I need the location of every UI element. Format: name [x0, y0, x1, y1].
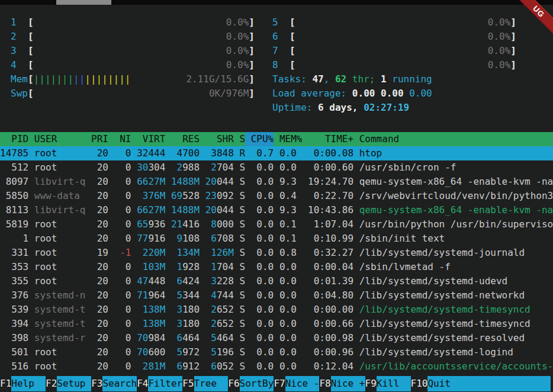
cpu-meter-2: 2[0.0%] [11, 30, 255, 44]
table-row[interactable]: 394systemd-t200138M31802652S0.00.00:00.6… [0, 317, 553, 331]
header-cell-time[interactable]: TIME+ [308, 132, 353, 146]
cell-virt: 6627M [137, 175, 165, 189]
cell-res: 3180 [171, 303, 200, 317]
mem-value-mb: 6627M [137, 176, 165, 187]
table-row[interactable]: 5819root20065936214168000S0.00.11:07.04/… [0, 217, 553, 232]
cell-value: 0.0 [256, 275, 274, 287]
mem-value-mb: 2 [177, 162, 183, 173]
cpu-meter-label: 4 [11, 58, 28, 72]
user-value: www-data [34, 190, 80, 201]
tasks-summary-segment: thr; [346, 72, 381, 86]
table-row[interactable]: 398systemd-r2007098464645464S0.00.00:00.… [0, 331, 553, 345]
cell-time: 0:00.04 [308, 260, 353, 274]
cell-value: 9.3 [279, 176, 297, 187]
cell-value: 0.1 [279, 219, 297, 230]
table-row[interactable]: 353root200103M19281704S0.00.00:00.04/sbi… [0, 260, 553, 274]
mem-value-kb: 652 [217, 318, 234, 329]
header-cell-ni[interactable]: NI [114, 132, 131, 146]
table-row[interactable]: 1root2007791691086708S0.00.10:10.99/sbin… [0, 232, 553, 246]
fnkey-action: Quit [427, 376, 551, 391]
mem-value-kb: 092 [217, 190, 234, 201]
cell-pid: 5850 [0, 189, 28, 203]
cell-s: S [239, 217, 245, 232]
header-cell-shr[interactable]: SHR [205, 132, 234, 146]
process-table: PIDUSERPRINIVIRTRESSHRSCPU%MEM%TIME+Comm… [0, 132, 553, 374]
meter-close-bracket: ] [249, 30, 255, 44]
fnkey-f1-help[interactable]: F1Help [0, 376, 46, 391]
table-row[interactable]: 355root2004744864243228S0.00.00:01.39/li… [0, 274, 553, 288]
mem-value-kb: 180 [182, 304, 200, 315]
table-row[interactable]: 376systemd-n2007196453444744S0.00.00:04.… [0, 288, 553, 303]
table-row[interactable]: 512root2003030429882704S0.00.00:00.60/us… [0, 160, 553, 175]
fnkey-f5-tree[interactable]: F5Tree [182, 376, 228, 391]
header-cell-cpu[interactable]: CPU% [245, 132, 274, 146]
mem-value-kb: 708 [217, 233, 234, 244]
mem-value-mb: 2 [211, 318, 217, 329]
fnkey-f9-kill[interactable]: F9Kill [365, 376, 411, 391]
cell-time: 1:07.04 [308, 217, 353, 232]
fnkey-f3-search[interactable]: F3Search [91, 376, 137, 391]
cell-virt: 70984 [137, 331, 165, 345]
cell-s: S [239, 246, 245, 260]
cell-value: 20 [97, 290, 108, 301]
cell-mem: 0.4 [279, 189, 303, 203]
meter-open-bracket: [ [290, 44, 295, 58]
header-cell-pid[interactable]: PID [0, 132, 28, 146]
header-cell-cmd[interactable]: Command [359, 132, 553, 146]
table-row[interactable]: 501root2007060059725196S0.00.00:00.96/li… [0, 345, 553, 359]
table-row[interactable]: 331root19-1220M134M126MS0.00.80:32.27/li… [0, 246, 553, 260]
cell-pri: 20 [91, 232, 108, 246]
table-row[interactable]: 8097libvirt-q2006627M1488M20044S0.09.319… [0, 175, 553, 189]
header-cell-pri[interactable]: PRI [91, 132, 108, 146]
fnkey-f2-setup[interactable]: F2Setup [46, 376, 91, 391]
cell-user: libvirt-q [34, 203, 86, 217]
table-row[interactable]: 8113libvirt-q2006627M1488M20044S0.09.310… [0, 203, 553, 217]
cell-virt: 70600 [137, 345, 165, 359]
cell-ni: 0 [114, 317, 131, 331]
fnkey-f6-sortby[interactable]: F6SortBy [228, 376, 274, 391]
cell-value: 0:00.00 [314, 304, 353, 315]
header-cell-user[interactable]: USER [34, 132, 86, 146]
cell-s: S [239, 203, 245, 217]
table-row[interactable]: 516root200281M69126052S0.00.00:12.04/usr… [0, 359, 553, 374]
mem-value-mb: 134M [177, 247, 200, 258]
cell-cpu: 0.0 [251, 232, 274, 246]
memory-meter-bars: ||||||||||||||||| [34, 72, 187, 86]
cell-pid: 501 [0, 345, 28, 359]
user-value: systemd-r [34, 332, 86, 343]
cell-ni: 0 [114, 217, 131, 232]
cell-res: 69528 [171, 189, 200, 203]
header-cell-mem[interactable]: MEM% [279, 132, 303, 146]
fnkey-action: Setup [57, 376, 91, 391]
header-cell-virt[interactable]: VIRT [137, 132, 165, 146]
fnkey-f8-nice[interactable]: F8Nice + [319, 376, 365, 391]
fnkey-f4-filter[interactable]: F4Filter [137, 376, 182, 391]
table-row[interactable]: 539systemd-t200138M31802652S0.00.00:00.0… [0, 303, 553, 317]
cell-res: 1488M [171, 175, 200, 189]
fnkey-f10-quit[interactable]: F10Quit [411, 376, 551, 391]
fnkey-action: SortBy [240, 376, 274, 391]
cell-time: 0:12.04 [308, 359, 353, 374]
cell-ni: 0 [114, 345, 131, 359]
cell-virt: 6627M [137, 203, 165, 217]
mem-value-kb: 704 [217, 162, 234, 173]
cell-pid: 331 [0, 246, 28, 260]
mem-value-kb: 444 [148, 147, 165, 159]
table-row[interactable]: 5850www-data200376M6952823092S0.00.40:22… [0, 189, 553, 203]
cell-shr: 3228 [205, 274, 234, 288]
mem-value-kb: 700 [182, 147, 200, 159]
header-cell-res[interactable]: RES [171, 132, 200, 146]
cell-pid: 394 [0, 317, 28, 331]
cell-value: 0:00.08 [314, 147, 353, 159]
header-cell-s[interactable]: S [239, 132, 245, 146]
cell-cpu: 0.0 [251, 359, 274, 374]
tasks-summary: Tasks: 47, 62 thr; 1 running [272, 72, 516, 86]
table-row[interactable]: 14785root2003244447003848R0.70.00:00.08h… [0, 146, 553, 160]
cell-shr: 2652 [205, 303, 234, 317]
fnkey-f7-nice[interactable]: F7Nice - [274, 376, 319, 391]
cell-mem: 0.0 [279, 146, 303, 160]
cell-shr: 5464 [205, 331, 234, 345]
fnkey-label: F6 [228, 376, 239, 391]
cell-virt: 71964 [137, 288, 165, 303]
meter-close-bracket: ] [510, 15, 516, 30]
